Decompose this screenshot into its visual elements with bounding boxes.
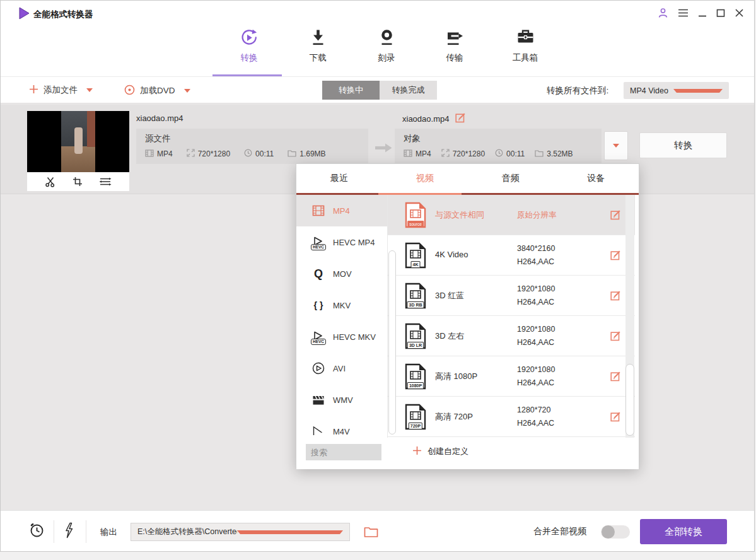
format-item-mp4[interactable]: MP4	[296, 195, 387, 226]
convert-button[interactable]: 转换	[639, 132, 727, 158]
hevc-badge: HEVC	[311, 244, 326, 250]
tab-toolbox[interactable]: 工具箱	[498, 28, 552, 64]
popup-tab-recent[interactable]: 最近	[296, 164, 382, 193]
load-dvd-label: 加载DVD	[140, 85, 175, 96]
preset-row-4k[interactable]: 4K 4K Video 3840*2160H264,AAC	[388, 235, 635, 276]
video-file-icon: 3D RB	[405, 283, 426, 309]
target-format-dropdown-button[interactable]	[604, 131, 628, 160]
m4v-flag-icon	[309, 425, 328, 438]
format-label: HEVC MP4	[333, 238, 375, 247]
format-label: AVI	[333, 364, 346, 373]
create-custom-button[interactable]: 创建自定义	[412, 446, 468, 457]
mkv-braces-icon: { }	[309, 300, 328, 310]
high-speed-bolt-icon[interactable]	[64, 522, 74, 539]
tab-burn[interactable]: 刻录	[359, 28, 414, 64]
popup-tab-audio[interactable]: 音频	[468, 164, 554, 193]
tab-download[interactable]: 下载	[291, 28, 345, 64]
format-label: WMV	[333, 395, 353, 405]
convert-all-button[interactable]: 全部转换	[640, 519, 727, 544]
convert-direction-arrow-icon	[374, 143, 393, 156]
format-item-mkv[interactable]: { } MKV	[296, 289, 387, 321]
edit-preset-icon[interactable]	[610, 411, 621, 424]
load-dvd-button[interactable]: 加载DVD	[124, 85, 190, 97]
popup-tab-device[interactable]: 设备	[553, 164, 639, 193]
video-file-icon: 720P	[405, 404, 426, 430]
schedule-clock-icon[interactable]	[28, 522, 45, 539]
tab-convert[interactable]: 转换	[222, 28, 276, 64]
edit-preset-icon[interactable]	[610, 371, 621, 384]
preset-scrollbar-thumb[interactable]	[625, 364, 634, 436]
format-item-m4v[interactable]: M4V	[296, 416, 387, 438]
source-file-icon: source	[405, 202, 426, 228]
format-item-wmv[interactable]: WMV	[296, 384, 387, 416]
menu-icon[interactable]	[678, 8, 689, 18]
target-info-panel: 对象 MP4 720*1280 00:11 3.52MB	[395, 129, 602, 164]
minimize-icon[interactable]	[698, 8, 707, 18]
chevron-down-icon	[184, 89, 190, 93]
format-search-input[interactable]	[306, 444, 381, 460]
app-logo-icon	[17, 6, 31, 23]
format-item-hevc-mp4[interactable]: HEVC HEVC MP4	[296, 226, 387, 258]
tab-convert-label: 转换	[222, 52, 276, 64]
close-icon[interactable]	[735, 8, 744, 18]
folder-icon	[535, 149, 544, 159]
popup-tab-video[interactable]: 视频	[382, 164, 468, 193]
target-file-name-row: xiaodao.mp4	[402, 112, 466, 125]
merge-all-toggle[interactable]	[601, 525, 630, 539]
preset-row-same-as-source[interactable]: source 与源文件相同 原始分辨率	[388, 195, 635, 235]
mp4-film-icon	[309, 204, 328, 217]
tab-download-label: 下载	[291, 52, 345, 64]
burn-disc-icon	[378, 38, 395, 49]
preset-row-720p[interactable]: 720P 高清 720P 1280*720H264,AAC	[388, 397, 635, 437]
preset-list: source 与源文件相同 原始分辨率 4K 4K Video 3840*216…	[388, 195, 635, 438]
effects-sliders-icon[interactable]	[99, 177, 112, 187]
rename-edit-icon[interactable]	[455, 112, 466, 125]
target-file-name: xiaodao.mp4	[402, 114, 449, 124]
crop-icon[interactable]	[73, 177, 83, 187]
target-duration: 00:11	[506, 149, 525, 158]
format-picker-popup: 最近 视频 音频 设备 MP4 HEVC	[296, 163, 639, 469]
thumbnail-toolbar	[27, 172, 129, 191]
divider	[86, 520, 86, 543]
plus-icon	[412, 446, 422, 457]
video-file-icon: 4K	[405, 242, 426, 269]
format-label: MOV	[333, 269, 352, 279]
add-files-label: 添加文件	[44, 85, 78, 96]
source-panel-title: 源文件	[145, 133, 359, 144]
download-arrow-icon	[310, 38, 327, 49]
preset-row-3d-rb[interactable]: 3D RB 3D 红蓝 1920*1080H264,AAC	[388, 276, 635, 316]
chevron-down-icon	[86, 88, 93, 92]
edit-preset-icon[interactable]	[610, 209, 621, 223]
output-path-dropdown[interactable]: E:\全能格式转换器\Converted	[131, 523, 350, 541]
popup-tabs: 最近 视频 音频 设备	[296, 164, 639, 193]
chevron-down-icon	[673, 89, 723, 93]
edit-preset-icon[interactable]	[610, 250, 621, 263]
preset-row-3d-lr[interactable]: 3D LR 3D 左右 1920*1080H264,AAC	[388, 316, 635, 356]
account-icon[interactable]	[658, 8, 668, 18]
source-file-name: xiaodao.mp4	[136, 114, 183, 123]
format-item-mov[interactable]: Q MOV	[296, 258, 387, 289]
preset-row-1080p[interactable]: 1080P 高清 1080P 1920*1080H264,AAC	[388, 356, 635, 397]
target-size: 3.52MB	[547, 149, 573, 158]
edit-preset-icon[interactable]	[610, 290, 621, 303]
convert-all-format-dropdown[interactable]: MP4 Video	[624, 82, 729, 99]
source-duration: 00:11	[255, 149, 274, 158]
format-item-avi[interactable]: AVI	[296, 353, 387, 384]
convert-status-tabs: 转换中 转换完成	[322, 81, 437, 100]
add-files-button[interactable]: 添加文件	[29, 85, 93, 96]
tab-transfer[interactable]: 传输	[427, 28, 482, 64]
source-resolution: 720*1280	[198, 149, 230, 158]
merge-all-label: 合并全部视频	[533, 526, 586, 537]
trim-scissors-icon[interactable]	[45, 176, 56, 187]
tab-burn-label: 刻录	[359, 52, 414, 64]
video-file-icon: 3D LR	[405, 323, 426, 349]
open-folder-icon[interactable]	[364, 526, 378, 538]
format-item-hevc-mkv[interactable]: HEVC HEVC MKV	[296, 321, 387, 353]
maximize-icon[interactable]	[716, 8, 725, 18]
tab-finished[interactable]: 转换完成	[380, 81, 437, 100]
edit-preset-icon[interactable]	[610, 330, 621, 344]
tab-converting[interactable]: 转换中	[322, 81, 380, 100]
format-list-scrollbar-thumb[interactable]	[388, 250, 396, 435]
clock-icon	[495, 149, 503, 159]
tab-toolbox-label: 工具箱	[498, 52, 552, 64]
